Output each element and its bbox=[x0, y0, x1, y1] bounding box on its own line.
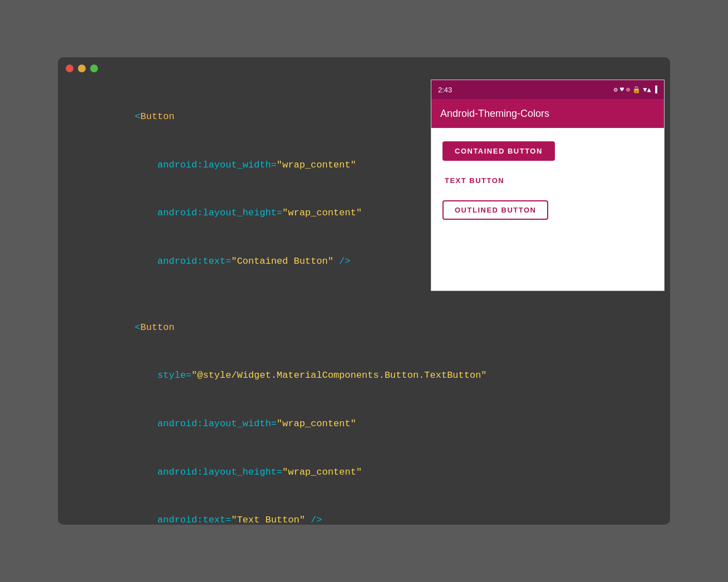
code-line: android:layout_height="wrap_content" bbox=[78, 448, 650, 497]
string-val: "@style/Widget.MaterialComponents.Button… bbox=[191, 370, 487, 381]
status-bar: 2:43 ⚙ ♥ ⊙ 🔒 ▼▲ ▐ bbox=[431, 80, 664, 99]
code-line: style="@style/Widget.MaterialComponents.… bbox=[78, 352, 650, 400]
attr: android:layout_height= bbox=[135, 208, 282, 218]
code-line: android:text="Text Button" /> bbox=[78, 496, 650, 525]
attr: android:text= bbox=[135, 256, 231, 267]
app-toolbar: Android-Theming-Colors bbox=[431, 99, 664, 128]
titlebar bbox=[58, 57, 670, 80]
slash: /> bbox=[333, 256, 351, 267]
bracket: < bbox=[135, 322, 140, 333]
string-val: "wrap_content" bbox=[277, 160, 356, 170]
string-val: "wrap_content" bbox=[282, 208, 362, 218]
string-val: "Contained Button" bbox=[231, 256, 333, 267]
code-line: <Button bbox=[78, 304, 650, 352]
battery-icon: ▐ bbox=[653, 86, 657, 93]
string-val: "wrap_content" bbox=[277, 418, 356, 429]
outlined-button[interactable]: OUTLINED BUTTON bbox=[442, 200, 548, 220]
string-val: "Text Button" bbox=[231, 515, 305, 525]
tag-name: Button bbox=[140, 111, 174, 122]
string-val: "wrap_content" bbox=[282, 467, 362, 477]
status-time: 2:43 bbox=[438, 86, 452, 94]
contained-button[interactable]: CONTAINED BUTTON bbox=[442, 141, 555, 161]
wifi-icon: ▼▲ bbox=[643, 86, 651, 93]
code-block-text: <Button style="@style/Widget.MaterialCom… bbox=[78, 304, 650, 525]
lock-icon: 🔒 bbox=[632, 86, 641, 93]
attr: android:layout_width= bbox=[135, 418, 277, 429]
signal-icon: ⊙ bbox=[626, 86, 630, 93]
attr: android:text= bbox=[135, 515, 231, 525]
app-title: Android-Theming-Colors bbox=[440, 108, 549, 120]
settings-icon: ⚙ bbox=[614, 86, 618, 93]
status-icons: ⚙ ♥ ⊙ 🔒 ▼▲ ▐ bbox=[614, 86, 657, 93]
attr: android:layout_width= bbox=[135, 160, 277, 170]
tag-name: Button bbox=[140, 322, 174, 333]
maximize-button[interactable] bbox=[90, 65, 98, 72]
phone-preview: 2:43 ⚙ ♥ ⊙ 🔒 ▼▲ ▐ Android-Theming-Colors… bbox=[431, 80, 665, 291]
attr: android:layout_height= bbox=[135, 467, 282, 477]
slash: /> bbox=[305, 515, 322, 525]
window-content: <Button android:layout_width="wrap_conte… bbox=[58, 80, 670, 525]
main-window: <Button android:layout_width="wrap_conte… bbox=[58, 57, 670, 525]
code-line: android:layout_width="wrap_content" bbox=[78, 400, 650, 448]
close-button[interactable] bbox=[66, 65, 73, 72]
minimize-button[interactable] bbox=[78, 65, 86, 72]
heart-icon: ♥ bbox=[620, 86, 624, 93]
attr: style= bbox=[135, 370, 191, 381]
phone-body: CONTAINED BUTTON TEXT BUTTON OUTLINED BU… bbox=[431, 128, 664, 233]
text-button[interactable]: TEXT BUTTON bbox=[442, 171, 506, 190]
bracket: < bbox=[135, 111, 140, 122]
